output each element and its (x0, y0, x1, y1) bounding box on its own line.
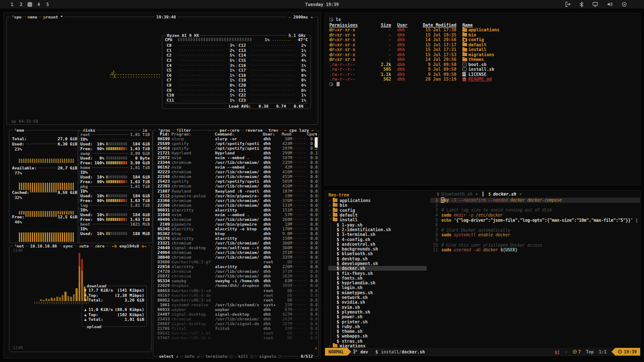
process-row[interactable]: 93680kworker/u96:2-gfroot0B0.0 (155, 259, 318, 264)
io-mode-button[interactable]: io (141, 128, 149, 133)
process-row[interactable]: 25972chromium/usr/lib/chromium/dhh302M0.… (155, 274, 318, 278)
process-row[interactable]: 22348chromium/usr/lib/chromium/dhh455M0.… (155, 174, 318, 179)
tab-docker.sh[interactable]: $docker.sh× (484, 191, 526, 197)
select-button[interactable]: select ↓ (158, 354, 180, 359)
neo-tree-item[interactable]: $2-identification.sh (328, 227, 430, 232)
neo-tree-item[interactable]: $printer.sh (328, 319, 430, 324)
menu-button[interactable]: menu (26, 15, 39, 19)
neo-tree-item[interactable]: $backgrounds.sh (328, 247, 430, 251)
process-row[interactable]: 24497signal-desktopsignal-desktopdhh427M… (155, 312, 318, 317)
scroll-down-arrow[interactable]: ↓ (315, 345, 317, 350)
neo-tree-item[interactable]: $nvidia.sh (328, 300, 430, 305)
neo-tree-item[interactable]: $development.sh (328, 261, 430, 266)
neo-tree-item[interactable]: $asdcontrol.sh (328, 242, 430, 247)
neo-tree-item[interactable]: $plymouth.sh (328, 310, 430, 314)
process-row[interactable]: 22393chromium/usr/lib/chromium/dhh416M0.… (155, 184, 318, 188)
kill-button[interactable]: kill □ (237, 354, 254, 359)
process-row[interactable]: 24640signal-desktop/proc/self/exe --tdhh… (155, 245, 318, 250)
process-row[interactable]: 95376alacrittyalacrittydhh158M0.0 (155, 236, 318, 241)
process-row[interactable]: 22396chromium/usr/lib/chromium/dhh131M0.… (155, 203, 318, 208)
process-row[interactable]: 95334swaybgswaybg -i /home/dhdhh63M0.0 (155, 278, 318, 283)
neo-tree-item[interactable]: $mimetypes.sh (328, 290, 430, 295)
net-zero-button[interactable]: zero (94, 244, 106, 248)
info-button[interactable]: info ↵ (183, 354, 200, 359)
process-row[interactable]: 96599slurpslurp -ordhh38M0.0 (155, 136, 318, 141)
neo-tree-item[interactable]: $1-yay.sh (328, 222, 430, 227)
close-icon[interactable]: × (475, 192, 478, 196)
reverse-toggle[interactable]: reverse (244, 128, 264, 133)
tab-bluetooth.sh[interactable]: $bluetooth.sh× (433, 191, 482, 197)
neo-tree-item[interactable]: ›applications (328, 198, 430, 203)
per-core-toggle[interactable]: per-core (219, 128, 241, 133)
process-row[interactable]: 96031alacrittyalacrittydhh151M0.0 (155, 208, 318, 212)
net-interface-switcher[interactable]: ←b enp194s0 n→ (111, 244, 148, 248)
filter-button[interactable]: filter (175, 128, 192, 133)
neo-tree-item[interactable]: ›bin (328, 203, 430, 208)
process-row[interactable]: 89653kworker/u96:1-sdroot0B0.0 (155, 288, 318, 293)
process-row[interactable]: 2109pipewire/usr/bin/pipewiredhh19M0.0 (155, 222, 318, 226)
process-row[interactable]: 24720chromium/usr/lib/chromium/dhh371M0.… (155, 269, 318, 274)
process-row[interactable]: 25589spotify/opt/spotify/spotidhh424M0.2 (155, 141, 318, 146)
neo-tree-item[interactable]: $3-terminal.sh (328, 232, 430, 237)
interval-control[interactable]: - 2000ms + (287, 15, 314, 19)
neo-tree-item[interactable]: $bluetooth.sh (328, 251, 430, 256)
scroll-up-arrow[interactable]: ↑ (315, 132, 318, 136)
process-row[interactable]: 86952kworker/u96:3-sdroot0B0.0 (155, 298, 318, 302)
neo-tree-item[interactable]: $nvim.sh (328, 305, 430, 310)
net-auto-button[interactable]: auto (78, 244, 90, 248)
neo-tree-item[interactable]: $hyprlandia.sh (328, 281, 430, 285)
process-row[interactable]: 95362btopbtopdhh9.0M0.0 (155, 231, 318, 236)
neo-tree-item[interactable]: $fonts.sh (328, 276, 430, 281)
neo-tree-item[interactable]: $webapps.sh (328, 334, 430, 338)
neo-tree-item[interactable]: $power.sh (328, 314, 430, 319)
file-date: 15 Jul 17:30 (415, 27, 456, 33)
neo-tree-item[interactable]: $xtras.sh (328, 339, 430, 344)
process-row[interactable]: 21807XwaylandXwayland :0 -rootldhh187M0.… (155, 189, 318, 193)
process-row[interactable]: 22816alacrittyalacrittydhh226M0.0 (155, 264, 318, 269)
neo-tree-item[interactable]: $network.sh (328, 295, 430, 300)
neo-tree-item[interactable]: $fix-fkeys.sh (328, 271, 430, 275)
tree-toggle[interactable]: tree (267, 128, 279, 133)
terminate-button[interactable]: terminate □ (204, 354, 234, 359)
process-row[interactable]: 42223chromium/usr/lib/chromium/dhh416M0.… (155, 169, 318, 174)
neo-tree-item[interactable]: $login.sh (328, 285, 430, 290)
neo-tree-item[interactable]: ›migrations (328, 344, 430, 348)
net-sync-button[interactable]: sync (62, 244, 74, 248)
process-row[interactable]: 49496chromium/usr/lib/chromium/dhh269M0.… (155, 217, 318, 222)
process-row[interactable]: 23344chromium/usr/lib/chromium/dhh235M0.… (155, 160, 318, 165)
close-icon[interactable]: × (519, 192, 522, 196)
process-row[interactable]: 21721HyprlandHyprlanddhh299M0.1 (155, 151, 318, 155)
neo-tree-item[interactable]: $4-config.sh (328, 237, 430, 241)
process-row[interactable]: 24964chromium/usr/lib/chromium/dhh251M0.… (155, 250, 318, 255)
process-row[interactable]: 96162nvimnvim --embed .dhh42M0.0 (155, 165, 318, 169)
neo-tree-item[interactable]: $theme.sh (328, 329, 430, 334)
neo-tree-item[interactable]: $ruby.sh (328, 324, 430, 329)
neo-tree-item[interactable]: ›install (328, 217, 430, 222)
preset-button[interactable]: preset * (42, 15, 64, 19)
process-row[interactable]: 31949nvimnvim --embed .dhh57M0.0 (155, 212, 318, 217)
process-row[interactable]: 57467kworker/u98:16-broot0B0.0 (155, 335, 318, 340)
process-row[interactable]: 22972nvimnvim --embed .dhh107M0.0 (155, 155, 318, 160)
process-row[interactable]: 24567signal-desktop/usr/lib/signal-dedhh… (155, 321, 318, 326)
neo-tree-item[interactable]: ›default (328, 213, 430, 217)
sort-selector[interactable]: ← cpu lazy → (283, 128, 315, 133)
process-row[interactable]: 25458spotify/opt/spotify/spotidhh297M0.2 (155, 146, 318, 151)
neo-tree-item[interactable]: $docker.sh (328, 266, 427, 271)
process-row[interactable]: 30040chromium/usr/lib/chromium/dhh335M0.… (155, 255, 318, 259)
process-row[interactable]: 23366chromium/usr/lib/chromium/dhh376M0.… (155, 198, 318, 203)
process-row[interactable]: 21785fcitx5fcitx5dhh35M0.0 (155, 326, 318, 331)
process-row[interactable]: 95345alacrittyalacritty -e btopdhh170M0.… (155, 226, 318, 231)
process-row[interactable]: 25423spotify/opt/spotify/spotidhh505M0.0 (155, 179, 318, 184)
proc-scrollbar[interactable] (315, 137, 318, 148)
process-row[interactable]: 23433chromium/usr/lib/chromium/dhh242M0.… (155, 317, 318, 321)
process-row[interactable]: 2112pipewire-pulse/usr/bin/pipewire-dhh1… (155, 193, 318, 198)
signals-button[interactable]: signals □ (258, 354, 283, 359)
process-row[interactable]: 1661systemd-resolve/usr/lib/systemd/ssys… (155, 302, 318, 307)
process-row[interactable]: 23321chromium/usr/lib/chromium/dhh306M0.… (155, 241, 318, 245)
process-row[interactable]: 22029dropbox/home/dhh/.dropboxdhh395M0.0 (155, 283, 318, 288)
neo-tree-item[interactable]: $desktop.sh (328, 256, 430, 261)
neo-tree-item[interactable]: ›config (328, 208, 430, 213)
process-row[interactable]: 90541kworker/u97:1-btroot0B0.0 (155, 331, 318, 335)
process-row[interactable]: 86915waybarwaybardhh67M0.0 (155, 307, 318, 312)
process-row[interactable]: 49107kworker/u96:0-dmroot0B0.0 (155, 293, 318, 298)
